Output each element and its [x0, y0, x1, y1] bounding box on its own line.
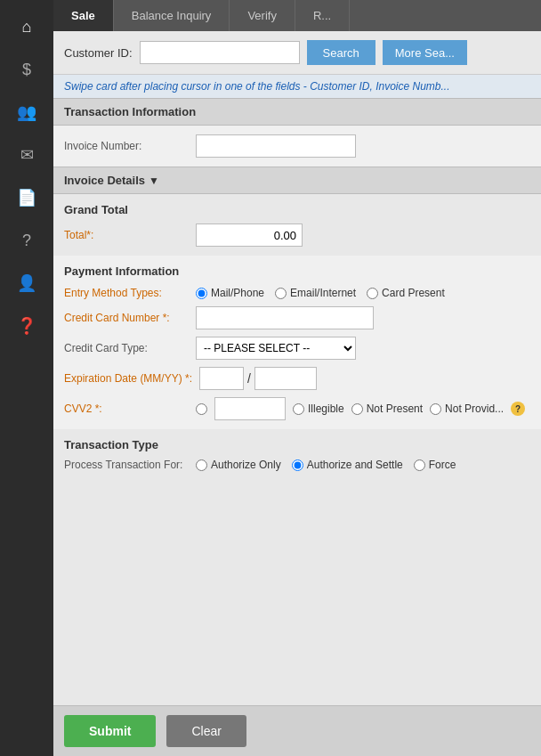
exp-month-input[interactable]: [199, 367, 244, 390]
cvv2-radio-illegible-input[interactable]: [293, 403, 304, 415]
cc-number-input[interactable]: [196, 306, 374, 329]
tab-balance-inquiry[interactable]: Balance Inquiry: [114, 0, 230, 31]
entry-method-row: Entry Method Types: Mail/Phone Email/Int…: [64, 287, 530, 299]
cvv2-label: CVV2 *:: [64, 402, 189, 415]
grand-total-header: Grand Total: [64, 203, 530, 216]
invoice-number-label: Invoice Number:: [64, 140, 189, 152]
payment-section: Payment Information Entry Method Types: …: [53, 256, 541, 429]
sidebar-icon-help[interactable]: ?: [9, 223, 44, 258]
invoice-number-row: Invoice Number:: [64, 134, 530, 158]
radio-force-input[interactable]: [414, 459, 425, 471]
payment-info-header: Payment Information: [64, 264, 530, 278]
radio-email-internet[interactable]: Email/Internet: [275, 287, 356, 299]
radio-force[interactable]: Force: [414, 459, 456, 471]
sidebar-icon-home[interactable]: ⌂: [9, 9, 44, 45]
transaction-info-header: Transaction Information: [53, 98, 541, 126]
exp-year-input[interactable]: [254, 367, 317, 390]
radio-authorize-settle-label: Authorize and Settle: [307, 459, 403, 471]
cvv2-radio-value[interactable]: [196, 403, 207, 415]
tab-sale[interactable]: Sale: [53, 0, 114, 31]
invoice-details-section: Invoice Details ▼: [53, 167, 541, 194]
submit-button[interactable]: Submit: [64, 715, 156, 747]
transaction-form-section: Invoice Number:: [53, 126, 541, 167]
transaction-type-section: Transaction Type Process Transaction For…: [53, 429, 541, 480]
cvv2-radio-not-present[interactable]: Not Present: [351, 402, 423, 415]
radio-card-present-input[interactable]: [367, 288, 378, 299]
search-button[interactable]: Search: [307, 40, 375, 65]
bottom-buttons: Submit Clear: [53, 705, 541, 756]
cvv2-radio-value-input[interactable]: [196, 403, 207, 415]
cvv2-group: Illegible Not Present Not Provid... ?: [196, 397, 525, 420]
main-content: Sale Balance Inquiry Verify R... Custome…: [53, 0, 541, 756]
tab-verify[interactable]: Verify: [230, 0, 295, 31]
cvv2-radio-not-provided[interactable]: Not Provid...: [430, 402, 504, 415]
total-label: Total*:: [64, 229, 189, 241]
cvv2-help-icon[interactable]: ?: [511, 402, 525, 416]
more-search-button[interactable]: More Sea...: [383, 40, 467, 65]
sidebar-icon-mail[interactable]: ✉: [9, 137, 44, 173]
cc-number-row: Credit Card Number *:: [64, 306, 530, 329]
clear-button[interactable]: Clear: [166, 715, 246, 747]
sidebar-icon-dollar[interactable]: $: [9, 52, 44, 87]
cvv2-radio-not-present-input[interactable]: [351, 403, 363, 415]
process-transaction-row: Process Transaction For: Authorize Only …: [64, 459, 530, 471]
invoice-details-toggle[interactable]: Invoice Details ▼: [64, 174, 530, 187]
radio-mail-phone[interactable]: Mail/Phone: [196, 287, 264, 299]
cc-type-select[interactable]: -- PLEASE SELECT -- Visa MasterCard Amer…: [196, 337, 356, 360]
tab-bar: Sale Balance Inquiry Verify R...: [53, 0, 541, 31]
invoice-details-label: Invoice Details: [64, 174, 145, 187]
radio-authorize-only[interactable]: Authorize Only: [196, 459, 281, 471]
radio-authorize-only-input[interactable]: [196, 459, 207, 471]
sidebar-icon-users[interactable]: 👥: [9, 94, 44, 130]
cvv2-not-present-label: Not Present: [367, 402, 423, 415]
cvv2-not-provided-label: Not Provid...: [445, 402, 504, 415]
cc-number-label: Credit Card Number *:: [64, 312, 189, 324]
cvv2-row: CVV2 *: Illegible Not Present: [64, 397, 530, 420]
customer-id-input[interactable]: [140, 41, 300, 64]
tab-r[interactable]: R...: [295, 0, 350, 31]
radio-authorize-only-label: Authorize Only: [211, 459, 281, 471]
grand-total-section: Grand Total Total*:: [53, 194, 541, 256]
cc-type-row: Credit Card Type: -- PLEASE SELECT -- Vi…: [64, 337, 530, 360]
sidebar: ⌂ $ 👥 ✉ 📄 ? 👤 ❓: [0, 0, 53, 756]
radio-card-present[interactable]: Card Present: [367, 287, 445, 299]
process-transaction-label: Process Transaction For:: [64, 459, 189, 471]
customer-id-row: Customer ID: Search More Sea...: [53, 31, 541, 74]
cvv2-input[interactable]: [214, 397, 286, 420]
chevron-down-icon: ▼: [149, 175, 159, 187]
radio-mail-phone-input[interactable]: [196, 288, 207, 299]
cvv2-radio-illegible[interactable]: Illegible: [293, 402, 344, 415]
radio-authorize-settle-input[interactable]: [292, 459, 303, 471]
invoice-number-input[interactable]: [196, 134, 356, 158]
process-transaction-radio-group: Authorize Only Authorize and Settle Forc…: [196, 459, 456, 471]
sidebar-icon-question[interactable]: ❓: [9, 308, 44, 344]
entry-method-radio-group: Mail/Phone Email/Internet Card Present: [196, 287, 445, 299]
cvv2-illegible-label: Illegible: [308, 402, 344, 415]
radio-email-internet-input[interactable]: [275, 288, 287, 299]
transaction-type-header: Transaction Type: [64, 438, 530, 451]
sidebar-icon-document[interactable]: 📄: [9, 180, 44, 215]
entry-method-label: Entry Method Types:: [64, 287, 189, 299]
radio-force-label: Force: [429, 459, 456, 471]
total-input[interactable]: [196, 224, 303, 247]
scroll-area: Customer ID: Search More Sea... Swipe ca…: [53, 31, 541, 756]
radio-authorize-settle[interactable]: Authorize and Settle: [292, 459, 403, 471]
radio-mail-phone-label: Mail/Phone: [211, 287, 264, 299]
exp-date-label: Expiration Date (MM/YY) *:: [64, 372, 192, 385]
customer-id-label: Customer ID:: [64, 46, 133, 60]
exp-date-row: Expiration Date (MM/YY) *: /: [64, 367, 530, 390]
exp-separator: /: [247, 371, 251, 386]
radio-card-present-label: Card Present: [382, 287, 445, 299]
radio-email-internet-label: Email/Internet: [290, 287, 356, 299]
cvv2-radio-not-provided-input[interactable]: [430, 403, 441, 415]
total-row: Total*:: [64, 224, 530, 247]
cc-type-label: Credit Card Type:: [64, 342, 189, 354]
swipe-message: Swipe card after placing cursor in one o…: [53, 74, 541, 98]
exp-date-inputs: /: [199, 367, 317, 390]
sidebar-icon-user[interactable]: 👤: [9, 265, 44, 301]
